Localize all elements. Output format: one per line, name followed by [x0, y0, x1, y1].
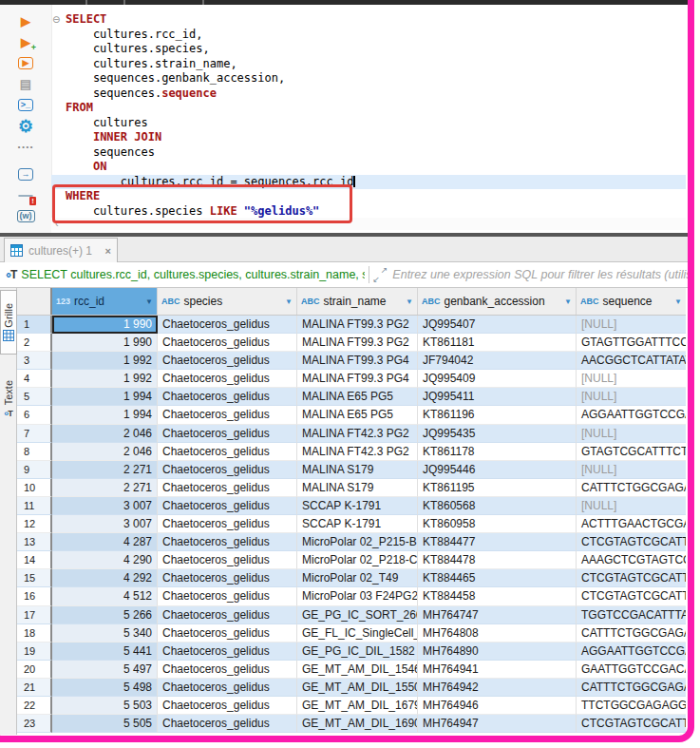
cell-strain_name[interactable]: MicroPolar 03 F24PG2 — [297, 587, 418, 605]
cell-strain_name[interactable]: MALINA FT99.3 PG2 — [297, 334, 418, 352]
sql-code-line[interactable]: cultures.strain_name, — [51, 57, 686, 72]
cell-sequence[interactable]: [NULL] — [577, 388, 686, 406]
cell-strain_name[interactable]: GE_FL_IC_SingleCell_82 — [297, 624, 418, 643]
cell-species[interactable]: Chaetoceros_gelidus — [158, 388, 297, 406]
cell-rcc_id[interactable]: 1 990 — [52, 316, 158, 334]
cell-rcc_id[interactable]: 5 266 — [52, 606, 158, 624]
cell-genbank_accession[interactable]: MH764808 — [418, 624, 577, 643]
cell-genbank_accession[interactable]: KT861181 — [418, 334, 577, 352]
row-number-cell[interactable]: 13 — [17, 533, 52, 551]
sql-console-button[interactable]: >_ — [14, 95, 37, 115]
cell-strain_name[interactable]: GE_PG_IC_SORT_266 — [297, 606, 418, 624]
executed-query-text[interactable]: SELECT cultures.rcc_id, cultures.species… — [21, 268, 365, 281]
execute-sql-new-tab-button[interactable]: ▶+ — [14, 32, 37, 52]
cell-species[interactable]: Chaetoceros_gelidus — [158, 316, 297, 334]
row-number-cell[interactable]: 23 — [17, 715, 52, 733]
row-number-cell[interactable]: 14 — [17, 551, 52, 569]
cell-sequence[interactable]: AAAGCTCGTAGTCGC — [577, 551, 686, 569]
cell-species[interactable]: Chaetoceros_gelidus — [158, 443, 297, 461]
cell-genbank_accession[interactable]: KT860958 — [418, 515, 577, 533]
cell-genbank_accession[interactable]: KT860568 — [418, 497, 577, 515]
row-number-cell[interactable]: 1 — [17, 316, 52, 334]
expand-filter-icon[interactable]: ↗↙ — [373, 268, 387, 281]
cell-rcc_id[interactable]: 5 441 — [52, 643, 158, 661]
cell-rcc_id[interactable]: 1 994 — [52, 406, 158, 424]
cell-species[interactable]: Chaetoceros_gelidus — [158, 515, 297, 533]
cell-sequence[interactable]: GTAGTCGCATTTCTG — [577, 443, 686, 461]
cell-genbank_accession[interactable]: JQ995435 — [418, 425, 577, 443]
cell-species[interactable]: Chaetoceros_gelidus — [158, 715, 297, 733]
more-options-button[interactable]: ···· — [14, 137, 37, 157]
tab-grille[interactable]: Grille — [0, 290, 17, 355]
cell-genbank_accession[interactable]: JQ995407 — [418, 316, 577, 334]
cell-species[interactable]: Chaetoceros_gelidus — [158, 461, 297, 479]
cell-strain_name[interactable]: GE_MT_AM_DIL_1679 — [297, 697, 418, 715]
editor-horizontal-scrollbar[interactable]: ‹ — [51, 218, 686, 230]
cell-genbank_accession[interactable]: MH764947 — [418, 715, 577, 733]
cell-sequence[interactable]: AGGAATTGGTCCGAC — [577, 406, 686, 424]
cell-genbank_accession[interactable]: MH764946 — [418, 697, 577, 715]
cell-genbank_accession[interactable]: JQ995409 — [418, 370, 577, 388]
cell-rcc_id[interactable]: 2 046 — [52, 443, 158, 461]
cell-sequence[interactable]: TTCTGGCGAGAGGA — [577, 697, 686, 715]
cell-rcc_id[interactable]: 1 992 — [52, 352, 158, 370]
cell-sequence[interactable]: [NULL] — [577, 370, 686, 388]
row-number-cell[interactable]: 5 — [17, 388, 52, 406]
column-header-genbank_accession[interactable]: ABCgenbank_accession▼ — [418, 288, 577, 315]
sql-code-line[interactable]: sequences — [51, 145, 686, 161]
cell-sequence[interactable]: [NULL] — [577, 316, 686, 334]
cell-species[interactable]: Chaetoceros_gelidus — [158, 406, 297, 424]
row-number-cell[interactable]: 16 — [17, 587, 52, 605]
sql-code-line[interactable]: cultures.rcc id = sequences.rcc id — [51, 175, 686, 190]
cell-species[interactable]: Chaetoceros_gelidus — [158, 587, 297, 605]
cell-sequence[interactable]: [NULL] — [577, 497, 686, 515]
cell-strain_name[interactable]: MicroPolar 02_P215-B1 — [297, 533, 418, 551]
cell-genbank_accession[interactable]: KT884478 — [418, 551, 577, 569]
cell-rcc_id[interactable]: 4 512 — [52, 587, 158, 605]
cell-species[interactable]: Chaetoceros_gelidus — [158, 643, 297, 661]
cell-rcc_id[interactable]: 3 007 — [52, 515, 158, 533]
cell-strain_name[interactable]: MicroPolar 02_T49 — [297, 569, 418, 587]
cell-sequence[interactable]: CTCGTAGTCGCATTT — [577, 715, 686, 733]
tab-texte[interactable]: Texte ‹›T — [0, 370, 17, 429]
column-filter-dropdown-icon[interactable]: ▼ — [142, 297, 153, 306]
cell-strain_name[interactable]: MALINA FT99.3 PG4 — [297, 370, 418, 388]
column-header-species[interactable]: ABCspecies▼ — [158, 288, 297, 315]
row-number-cell[interactable]: 8 — [17, 443, 52, 461]
row-number-cell[interactable]: 4 — [17, 370, 52, 388]
row-number-cell[interactable]: 2 — [17, 334, 52, 352]
cell-species[interactable]: Chaetoceros_gelidus — [158, 606, 297, 624]
column-header-rcc_id[interactable]: 123rcc_id▼ — [52, 288, 158, 315]
cell-sequence[interactable]: CATTTCTGGCGAGAC — [577, 624, 686, 643]
sql-code-line[interactable]: cultures — [51, 116, 686, 131]
row-number-cell[interactable]: 22 — [17, 697, 52, 715]
cell-rcc_id[interactable]: 2 271 — [52, 479, 158, 497]
cell-species[interactable]: Chaetoceros_gelidus — [158, 661, 297, 679]
cell-rcc_id[interactable]: 4 287 — [52, 533, 158, 551]
column-filter-dropdown-icon[interactable]: ▼ — [281, 297, 293, 306]
row-number-cell[interactable]: 21 — [17, 679, 52, 697]
cell-genbank_accession[interactable]: KT861178 — [418, 443, 577, 461]
cell-strain_name[interactable]: MicroPolar 02_P218-C4 — [297, 551, 418, 569]
column-header-sequence[interactable]: ABCsequence▼ — [577, 288, 686, 315]
tab-close-icon[interactable]: × — [105, 245, 111, 257]
column-filter-dropdown-icon[interactable]: ▼ — [560, 297, 572, 306]
row-number-header[interactable] — [17, 288, 52, 315]
row-number-cell[interactable]: 15 — [17, 569, 52, 587]
cell-rcc_id[interactable]: 2 271 — [52, 461, 158, 479]
cell-rcc_id[interactable]: 2 046 — [52, 425, 158, 443]
row-number-cell[interactable]: 12 — [17, 515, 52, 533]
sql-code-line[interactable]: FROM — [51, 101, 686, 116]
row-number-cell[interactable]: 9 — [17, 461, 52, 479]
column-filter-dropdown-icon[interactable]: ▼ — [402, 297, 413, 306]
cell-rcc_id[interactable]: 3 007 — [52, 497, 158, 515]
row-number-cell[interactable]: 11 — [17, 497, 52, 515]
sql-code-line[interactable]: WHERE — [51, 189, 686, 204]
script-button[interactable]: ▤ — [14, 74, 37, 94]
cell-genbank_accession[interactable]: MH764941 — [418, 661, 577, 679]
cell-rcc_id[interactable]: 5 505 — [52, 715, 158, 733]
cell-genbank_accession[interactable]: KT884458 — [418, 587, 577, 605]
cell-species[interactable]: Chaetoceros_gelidus — [158, 425, 297, 443]
cell-sequence[interactable]: AGGAATTGGTCCGAC — [577, 643, 686, 661]
results-tab-cultures[interactable]: cultures(+) 1 × — [4, 238, 118, 262]
